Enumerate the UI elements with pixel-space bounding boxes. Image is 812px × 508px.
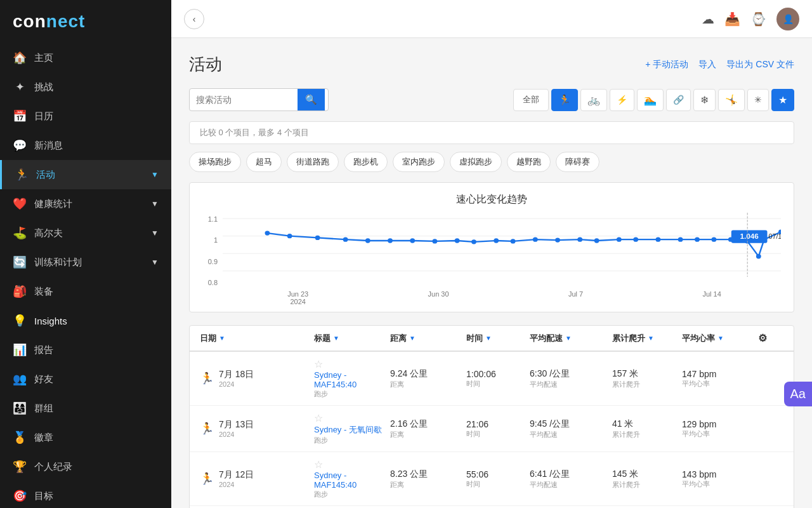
distance-cell: 9.24 公里 距离 xyxy=(390,368,466,389)
svg-point-7 xyxy=(343,237,348,242)
sidebar-item-training[interactable]: 🔄 训练和计划 ▼ xyxy=(0,248,171,277)
elevation-cell: 41 米 累计爬升 xyxy=(612,418,682,439)
date-main: 7月 12日 xyxy=(219,469,254,481)
chart-area: 1.1 1 0.9 0.8 xyxy=(202,213,781,302)
sidebar-item-messages[interactable]: 💬 新消息 xyxy=(0,131,171,160)
sidebar-item-label: 目标 xyxy=(34,490,53,502)
cat-tab-virtual[interactable]: 虚拟跑步 xyxy=(450,152,502,172)
search-button[interactable]: 🔍 xyxy=(298,89,325,110)
filter-tab-star[interactable]: ★ xyxy=(771,89,794,111)
star-button[interactable]: ☆ xyxy=(314,412,390,424)
elevation-cell: 145 米 累计爬升 xyxy=(612,469,682,490)
back-button[interactable]: ‹ xyxy=(184,9,204,29)
expand-arrow-icon: ▼ xyxy=(151,199,159,208)
sidebar-item-badges[interactable]: 🏅 徽章 xyxy=(0,423,171,452)
star-button[interactable]: ☆ xyxy=(314,458,390,471)
inbox-icon[interactable]: 📥 xyxy=(724,11,740,27)
insights-icon: 💡 xyxy=(13,314,27,328)
sidebar-item-calendar[interactable]: 📅 日历 xyxy=(0,102,171,131)
cat-tab-track[interactable]: 操场跑步 xyxy=(189,152,241,172)
cat-tab-road[interactable]: 街道路跑 xyxy=(287,152,339,172)
svg-point-5 xyxy=(287,234,292,238)
svg-point-19 xyxy=(594,238,599,243)
svg-point-22 xyxy=(655,237,660,242)
cloud-icon[interactable]: ☁ xyxy=(702,11,714,27)
svg-point-25 xyxy=(711,237,716,242)
import-button[interactable]: 导入 xyxy=(698,59,716,70)
sort-icon: ▼ xyxy=(717,335,724,342)
cat-tab-trail[interactable]: 越野跑 xyxy=(507,152,551,172)
title-cell: ☆ Sydney - 无氧间歇 跑步 xyxy=(314,412,390,445)
svg-point-24 xyxy=(695,237,700,242)
cat-tab-treadmill[interactable]: 跑步机 xyxy=(344,152,388,172)
compare-text: 比较 0 个项目，最多 4 个项目 xyxy=(200,128,309,137)
filter-tab-hiking[interactable]: 🔗 xyxy=(666,89,691,111)
th-pace: 平均配速 ▼ xyxy=(530,332,612,344)
filter-tab-all[interactable]: 全部 xyxy=(513,89,549,111)
star-button[interactable]: ☆ xyxy=(314,358,390,370)
expand-arrow-icon: ▼ xyxy=(151,229,159,237)
category-tabs: 操场跑步 超马 街道路跑 跑步机 室内跑步 虚拟跑步 越野跑 障碍赛 xyxy=(189,152,794,172)
reports-icon: 📊 xyxy=(13,343,27,357)
elevation-cell: 157 米 累计爬升 xyxy=(612,368,682,389)
sidebar-item-label: 健康统计 xyxy=(34,198,72,210)
sidebar-item-activities[interactable]: 🏃 活动 ▼ xyxy=(0,160,171,189)
sidebar-item-records[interactable]: 🏆 个人纪录 xyxy=(0,452,171,481)
svg-point-16 xyxy=(533,237,538,242)
activity-title[interactable]: Sydney - MAF145:40 xyxy=(314,471,390,490)
cat-tab-ultramarathon[interactable]: 超马 xyxy=(246,152,282,172)
sidebar-item-home[interactable]: 🏠 主页 xyxy=(0,43,171,72)
sidebar-item-gear[interactable]: 🎒 装备 xyxy=(0,277,171,306)
export-csv-button[interactable]: 导出为 CSV 文件 xyxy=(726,59,794,70)
page-header: 活动 + 手动活动 导入 导出为 CSV 文件 xyxy=(189,53,794,76)
gear-icon: 🎒 xyxy=(13,284,27,298)
badges-icon: 🏅 xyxy=(13,431,27,444)
running-activity-icon: 🏃 xyxy=(200,422,214,436)
filter-tab-winter[interactable]: ❄ xyxy=(693,89,716,111)
accessibility-button[interactable]: Aa xyxy=(784,382,812,406)
x-label-3: Jul 7 xyxy=(568,290,583,305)
date-cell: 🏃 7月 18日 2024 xyxy=(200,369,314,388)
filter-tab-cycling[interactable]: 🚲 xyxy=(580,89,607,111)
sidebar-item-health[interactable]: ❤️ 健康统计 ▼ xyxy=(0,189,171,218)
filter-tab-strength[interactable]: ⚡ xyxy=(610,89,634,111)
filter-tab-other[interactable]: ✳ xyxy=(747,89,769,111)
sidebar-item-friends[interactable]: 👥 好友 xyxy=(0,364,171,394)
title-cell: ☆ Sydney - MAF145:40 跑步 xyxy=(314,358,390,399)
page-title: 活动 xyxy=(189,53,222,76)
sidebar-item-insights[interactable]: 💡 Insights xyxy=(0,306,171,335)
svg-point-21 xyxy=(633,237,638,242)
svg-point-29 xyxy=(756,254,761,258)
th-extra: ⚙ xyxy=(758,332,783,344)
th-time: 时间 ▼ xyxy=(466,332,530,344)
add-manual-activity-button[interactable]: + 手动活动 xyxy=(645,59,688,70)
filter-tab-yoga[interactable]: 🤸 xyxy=(718,89,745,111)
user-avatar[interactable]: 👤 xyxy=(776,8,799,30)
filter-tab-running[interactable]: 🏃 xyxy=(551,89,578,111)
sidebar-item-challenges[interactable]: ✦ 挑战 xyxy=(0,72,171,102)
records-icon: 🏆 xyxy=(13,460,27,474)
activity-title[interactable]: Sydney - MAF145:40 xyxy=(314,370,390,389)
cat-tab-indoor[interactable]: 室内跑步 xyxy=(393,152,445,172)
activity-type: 跑步 xyxy=(314,436,390,445)
sidebar-item-reports[interactable]: 📊 报告 xyxy=(0,335,171,364)
svg-point-20 xyxy=(617,237,622,242)
search-input[interactable] xyxy=(190,90,298,110)
date-cell: 🏃 7月 13日 2024 xyxy=(200,419,314,438)
running-icon: 🏃 xyxy=(15,168,29,182)
y-label-1: 1.1 xyxy=(202,215,218,223)
messages-icon: 💬 xyxy=(13,138,27,152)
cat-tab-obstacle[interactable]: 障碍赛 xyxy=(556,152,599,172)
filter-tab-swimming[interactable]: 🏊 xyxy=(637,89,664,111)
svg-point-8 xyxy=(365,238,370,243)
sidebar-item-groups[interactable]: 👨‍👩‍👧 群组 xyxy=(0,394,171,423)
th-date: 日期 ▼ xyxy=(200,332,314,344)
x-label-1: Jun 232024 xyxy=(287,290,308,305)
sidebar-item-golf[interactable]: ⛳ 高尔夫 ▼ xyxy=(0,218,171,248)
svg-text:07/12: 07/12 xyxy=(768,234,781,241)
sidebar-item-goals[interactable]: 🎯 目标 xyxy=(0,481,171,508)
page-actions: + 手动活动 导入 导出为 CSV 文件 xyxy=(645,59,794,70)
th-hr: 平均心率 ▼ xyxy=(682,332,758,344)
activity-title[interactable]: Sydney - 无氧间歇 xyxy=(314,424,390,436)
watch-icon[interactable]: ⌚ xyxy=(750,11,766,27)
